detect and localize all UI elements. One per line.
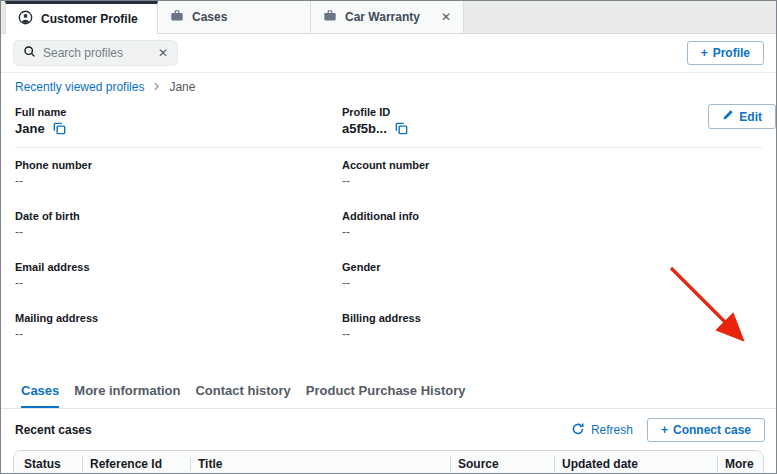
field-account-number: Account number --	[342, 159, 762, 198]
customer-profile-window: Customer Profile Cases Car Warranty ✕	[0, 0, 777, 474]
profile-panel: Edit Full name Jane Profile ID	[1, 100, 776, 374]
breadcrumb-current: Jane	[169, 80, 195, 94]
field-date-of-birth: Date of birth --	[15, 210, 342, 249]
copy-icon[interactable]	[52, 121, 67, 136]
profile-field-row: Mailing address -- Billing address --	[15, 301, 762, 352]
profile-primary-fields: Full name Jane Profile ID a5f5b...	[15, 102, 762, 148]
search-toolbar: ✕ + Profile	[1, 34, 776, 73]
detail-tab-cases[interactable]: Cases	[21, 374, 59, 408]
tab-label: Car Warranty	[345, 10, 420, 24]
refresh-icon	[571, 422, 585, 439]
chevron-right-icon	[152, 80, 161, 94]
close-icon[interactable]: ✕	[441, 10, 451, 24]
tab-label: Customer Profile	[41, 12, 138, 26]
profile-field-row: Date of birth -- Additional info --	[15, 199, 762, 250]
breadcrumb-link[interactable]: Recently viewed profiles	[15, 80, 144, 94]
tab-bar: Customer Profile Cases Car Warranty ✕	[1, 1, 776, 34]
field-full-name: Full name Jane	[15, 106, 342, 136]
recent-cases-header: Recent cases Refresh + Connect case	[1, 409, 776, 450]
briefcase-icon	[323, 9, 337, 26]
field-value: Jane	[15, 121, 45, 136]
column-header-more[interactable]: More	[717, 457, 763, 471]
tab-car-warranty[interactable]: Car Warranty ✕	[311, 1, 464, 33]
detail-tab-product-purchase-history[interactable]: Product Purchase History	[306, 374, 466, 408]
detail-tab-more-information[interactable]: More information	[74, 374, 180, 408]
column-header-status[interactable]: Status	[14, 457, 82, 471]
tab-label: Cases	[192, 10, 227, 24]
search-box[interactable]: ✕	[13, 40, 178, 66]
field-gender: Gender --	[342, 261, 762, 300]
column-header-updated-date[interactable]: Updated date	[554, 457, 717, 471]
edit-button[interactable]: Edit	[708, 104, 776, 129]
copy-icon[interactable]	[394, 121, 409, 136]
field-label: Full name	[15, 106, 342, 118]
table-header-row: Status Reference Id Title Source Updated…	[14, 451, 763, 474]
field-billing-address: Billing address --	[342, 312, 762, 351]
field-value: a5f5b...	[342, 121, 387, 136]
field-email-address: Email address --	[15, 261, 342, 300]
section-title: Recent cases	[15, 423, 92, 437]
detail-tabs: Cases More information Contact history P…	[1, 374, 776, 409]
field-profile-id: Profile ID a5f5b...	[342, 106, 762, 136]
field-phone-number: Phone number --	[15, 159, 342, 198]
field-mailing-address: Mailing address --	[15, 312, 342, 351]
plus-icon: +	[701, 46, 708, 60]
tab-cases[interactable]: Cases	[158, 1, 311, 33]
column-header-title[interactable]: Title	[190, 457, 450, 471]
pencil-icon	[722, 109, 734, 124]
add-profile-button[interactable]: + Profile	[687, 41, 764, 65]
profile-field-row: Phone number -- Account number --	[15, 148, 762, 199]
search-input[interactable]	[43, 46, 151, 60]
profile-field-row: Email address -- Gender --	[15, 250, 762, 301]
column-header-reference-id[interactable]: Reference Id	[82, 457, 190, 471]
field-additional-info: Additional info --	[342, 210, 762, 249]
cases-table: Status Reference Id Title Source Updated…	[13, 450, 764, 474]
column-header-source[interactable]: Source	[450, 457, 554, 471]
search-icon	[23, 45, 36, 61]
breadcrumb: Recently viewed profiles Jane	[1, 73, 776, 100]
tab-customer-profile[interactable]: Customer Profile	[5, 1, 158, 34]
refresh-button[interactable]: Refresh	[571, 422, 633, 439]
plus-icon: +	[661, 423, 668, 437]
detail-tab-contact-history[interactable]: Contact history	[195, 374, 290, 408]
user-circle-icon	[18, 10, 33, 28]
connect-case-button[interactable]: + Connect case	[647, 418, 765, 442]
briefcase-icon	[170, 9, 184, 26]
field-label: Profile ID	[342, 106, 762, 118]
clear-search-icon[interactable]: ✕	[158, 46, 168, 60]
